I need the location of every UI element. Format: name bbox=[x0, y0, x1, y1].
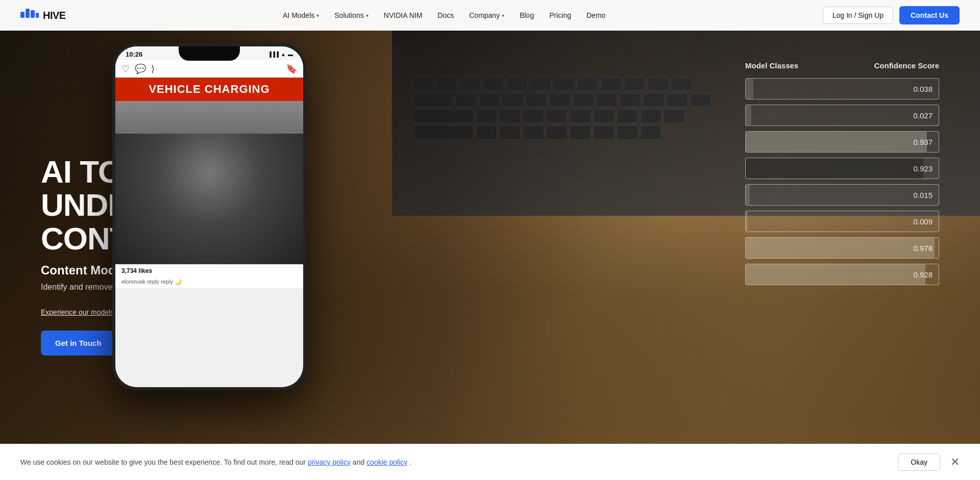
confidence-value: 0.009 bbox=[913, 217, 933, 226]
phone-post-header: ♡ 💬 ⟩ 🔖 bbox=[115, 60, 303, 78]
bookmark-icon: 🔖 bbox=[286, 63, 297, 74]
cookie-text: We use cookies on our website to give yo… bbox=[20, 458, 411, 466]
confidence-row: 0.978 bbox=[745, 237, 939, 259]
confidence-bar-outer: 0.937 bbox=[745, 131, 939, 153]
confidence-bar-outer: 0.923 bbox=[745, 158, 939, 179]
comment-username: elonmusk bbox=[121, 279, 145, 285]
svg-rect-0 bbox=[20, 12, 24, 18]
confidence-bar-fill bbox=[746, 211, 748, 232]
phone-person-image bbox=[115, 101, 303, 264]
nav-link-blog[interactable]: Blog bbox=[520, 11, 534, 19]
nav-link-nvidia-nim[interactable]: NVIDIA NIM bbox=[384, 11, 422, 19]
comment-text: reply reply 🌙 bbox=[147, 279, 182, 285]
confidence-row: 0.923 bbox=[745, 158, 939, 179]
logo-text: HIVE bbox=[43, 10, 66, 21]
confidence-value: 0.978 bbox=[913, 244, 933, 252]
hero-section: AI TO UNDERSTAND CONTENT Content Moderat… bbox=[0, 0, 980, 480]
confidence-bar-fill bbox=[746, 238, 935, 258]
phone-status-icons: ▐▐▐ ▲ ▬ bbox=[268, 52, 293, 57]
nav-link-docs[interactable]: Docs bbox=[437, 11, 454, 19]
confidence-bar-outer: 0.928 bbox=[745, 264, 939, 285]
confidence-value: 0.923 bbox=[913, 164, 933, 173]
confidence-bars: 0.038 0.027 0.937 0. bbox=[745, 78, 939, 285]
confidence-value: 0.928 bbox=[913, 270, 933, 279]
confidence-value: 0.027 bbox=[913, 111, 933, 120]
confidence-bar-outer: 0.027 bbox=[745, 105, 939, 126]
nav-link-ai-models[interactable]: AI Models ▾ bbox=[283, 11, 319, 19]
confidence-bar-outer: 0.009 bbox=[745, 211, 939, 232]
signal-icon: ▐▐▐ bbox=[268, 52, 279, 57]
nav-actions: Log In / Sign Up Contact Us bbox=[823, 6, 960, 24]
confidence-bar-outer: 0.978 bbox=[745, 237, 939, 259]
close-cookie-button[interactable]: ✕ bbox=[950, 456, 960, 469]
phone-screen: 10:26 ▐▐▐ ▲ ▬ ♡ 💬 ⟩ 🔖 bbox=[115, 46, 303, 387]
confidence-panel: Model Classes Confidence Score 0.038 0.0… bbox=[745, 61, 939, 285]
logo[interactable]: HIVE bbox=[20, 8, 66, 23]
nav-link-solutions[interactable]: Solutions ▾ bbox=[334, 11, 369, 19]
okay-button[interactable]: Okay bbox=[898, 453, 940, 471]
svg-rect-1 bbox=[26, 9, 30, 18]
phone-post-icons: ♡ 💬 ⟩ bbox=[121, 63, 155, 74]
confidence-bar-outer: 0.015 bbox=[745, 184, 939, 206]
confidence-bar-fill bbox=[746, 105, 751, 125]
confidence-bar-fill bbox=[746, 79, 753, 99]
confidence-row: 0.009 bbox=[745, 211, 939, 232]
confidence-bar-fill bbox=[746, 264, 925, 285]
confidence-value: 0.937 bbox=[913, 138, 933, 146]
phone-notch bbox=[179, 46, 240, 61]
contact-us-button[interactable]: Contact Us bbox=[899, 6, 960, 24]
confidence-row: 0.937 bbox=[745, 131, 939, 153]
phone-image-area bbox=[115, 101, 303, 264]
chevron-down-icon: ▾ bbox=[366, 13, 369, 18]
svg-rect-2 bbox=[31, 10, 35, 18]
logo-icon bbox=[20, 8, 39, 23]
phone-red-banner: VEHICLE CHARGING bbox=[115, 78, 303, 101]
phone-comment: elonmusk reply reply 🌙 bbox=[115, 277, 303, 288]
confidence-bar-outer: 0.038 bbox=[745, 78, 939, 99]
cookie-policy-link[interactable]: cookie policy bbox=[366, 458, 407, 466]
battery-icon: ▬ bbox=[288, 52, 293, 57]
nav-links: AI Models ▾ Solutions ▾ NVIDIA NIM Docs … bbox=[283, 11, 605, 19]
phone-likes: 3,734 likes bbox=[115, 264, 303, 277]
nav-link-company[interactable]: Company ▾ bbox=[469, 11, 504, 19]
model-classes-label: Model Classes bbox=[745, 61, 798, 70]
comment-icon: 💬 bbox=[135, 63, 146, 74]
confidence-bar-fill bbox=[746, 158, 923, 179]
cookie-actions: Okay ✕ bbox=[898, 453, 960, 471]
chevron-down-icon: ▾ bbox=[502, 13, 504, 18]
confidence-row: 0.928 bbox=[745, 264, 939, 285]
phone-body: 10:26 ▐▐▐ ▲ ▬ ♡ 💬 ⟩ 🔖 bbox=[112, 43, 306, 390]
confidence-row: 0.015 bbox=[745, 184, 939, 206]
svg-rect-3 bbox=[36, 13, 39, 18]
cookie-banner: We use cookies on our website to give yo… bbox=[0, 444, 980, 480]
phone-mockup: 10:26 ▐▐▐ ▲ ▬ ♡ 💬 ⟩ 🔖 bbox=[112, 28, 316, 449]
navbar: HIVE AI Models ▾ Solutions ▾ NVIDIA NIM … bbox=[0, 0, 980, 31]
privacy-policy-link[interactable]: privacy policy bbox=[308, 458, 351, 466]
confidence-row: 0.038 bbox=[745, 78, 939, 99]
nav-link-pricing[interactable]: Pricing bbox=[549, 11, 571, 19]
confidence-bar-fill bbox=[746, 185, 750, 205]
phone-time: 10:26 bbox=[126, 50, 142, 58]
wifi-icon: ▲ bbox=[281, 52, 286, 57]
get-in-touch-button[interactable]: Get in Touch bbox=[41, 331, 116, 356]
share-icon: ⟩ bbox=[151, 63, 155, 74]
chevron-down-icon: ▾ bbox=[316, 13, 319, 18]
confidence-value: 0.038 bbox=[913, 85, 933, 93]
confidence-score-label: Confidence Score bbox=[874, 61, 939, 70]
confidence-value: 0.015 bbox=[913, 191, 933, 199]
confidence-bar-fill bbox=[746, 132, 927, 152]
login-button[interactable]: Log In / Sign Up bbox=[823, 7, 893, 24]
heart-icon: ♡ bbox=[121, 63, 130, 74]
nav-link-demo[interactable]: Demo bbox=[586, 11, 605, 19]
confidence-row: 0.027 bbox=[745, 105, 939, 126]
confidence-header: Model Classes Confidence Score bbox=[745, 61, 939, 70]
